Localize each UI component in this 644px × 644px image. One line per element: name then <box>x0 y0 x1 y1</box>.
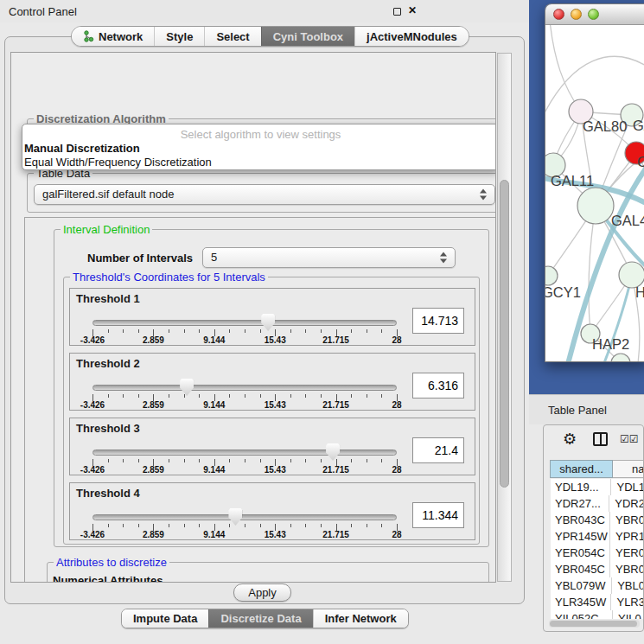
tab-discretize-data[interactable]: Discretize Data <box>208 609 312 628</box>
cell-name: YBL0 <box>612 577 644 594</box>
table-data-combobox[interactable]: galFiltered.sif default node <box>34 184 495 205</box>
popup-hint: Select algorithm to view settings <box>22 128 496 141</box>
table-row[interactable]: YBL079WYBL0 <box>551 577 644 594</box>
table-row[interactable]: YER054CYER0 <box>551 545 644 561</box>
tab-style[interactable]: Style <box>154 27 204 46</box>
panel-title: Control Panel <box>9 5 77 18</box>
attributes-group: Attributes to discretize Numerical Attri… <box>47 562 489 583</box>
close-icon[interactable]: ✕ <box>408 4 417 16</box>
scrollbar-thumb[interactable] <box>500 180 509 488</box>
cell-name: YBR0 <box>610 512 644 528</box>
threshold-value-field[interactable] <box>412 502 464 528</box>
table-panel-header: Table Panel <box>529 394 644 424</box>
control-panel-tabs: NetworkStyleSelectCyni ToolboxjActiveMNo… <box>71 26 469 47</box>
network-node-label: GA <box>633 118 644 133</box>
threshold-slider-thumb[interactable] <box>326 443 340 461</box>
table-row[interactable]: YIL052CYIL0 <box>551 610 644 619</box>
cell-shared-name: YPR145W <box>551 528 610 545</box>
slider-tick-labels: -3.4262.8599.14415.4321.71528 <box>70 465 475 475</box>
control-panel-titlebar: Control Panel ✕ <box>0 0 529 22</box>
popup-option-manual-discretization[interactable]: Manual Discretization <box>24 142 140 155</box>
threshold-label: Threshold 2 <box>76 357 140 370</box>
threshold-value-field[interactable] <box>412 308 464 334</box>
cell-name: YDR2 <box>609 495 644 512</box>
network-node[interactable] <box>611 354 630 362</box>
table-panel-title: Table Panel <box>548 404 607 417</box>
network-node[interactable] <box>545 266 558 285</box>
tab-label: Infer Network <box>325 612 397 625</box>
network-node-label: HAP2 <box>592 336 629 352</box>
node-table-card: ⚙ ☑☑ shared... na YDL19...YDL1YDR27...YD… <box>543 424 644 632</box>
discretize-settings-panel: Interval Definition Number of Intervals … <box>24 217 496 583</box>
table-row[interactable]: YPR145WYPR1 <box>551 528 644 545</box>
threshold-slider-track[interactable] <box>92 514 397 520</box>
threshold-row: Threshold 3 -3.4262.8599.14415.4321.7152… <box>69 418 475 475</box>
gear-icon[interactable]: ⚙ <box>563 430 577 448</box>
table-row[interactable]: YBR043CYBR0 <box>551 512 644 528</box>
stepper-icon <box>440 252 448 265</box>
tab-infer-network[interactable]: Infer Network <box>313 609 408 628</box>
tab-cyni-toolbox[interactable]: Cyni Toolbox <box>261 27 354 46</box>
threshold-row: Threshold 1 -3.4262.8599.14415.4321.7152… <box>69 288 475 346</box>
panel-scrollbar[interactable] <box>497 53 512 582</box>
slider-tick-labels: -3.4262.8599.14415.4321.71528 <box>70 400 475 411</box>
minimize-traffic-light-icon[interactable] <box>571 9 582 20</box>
table-row[interactable]: YBR045CYBR0 <box>551 561 644 577</box>
cyni-mode-tabs: Impute DataDiscretize DataInfer Network <box>121 609 409 628</box>
table-hscrollbar[interactable] <box>549 620 640 628</box>
network-node-label: GAL80 <box>583 118 627 134</box>
hscrollbar-thumb[interactable] <box>550 621 637 627</box>
popup-option-equal-width-frequency-discretization[interactable]: Equal Width/Frequency Discretization <box>24 156 212 169</box>
combo-value: 5 <box>211 251 217 264</box>
threshold-value-field[interactable] <box>412 373 464 399</box>
threshold-value-field[interactable] <box>412 437 464 463</box>
tab-label: Select <box>216 30 249 43</box>
cell-name: YDL1 <box>611 479 644 495</box>
num-intervals-combobox[interactable]: 5 <box>202 247 456 268</box>
network-node-label: C <box>637 154 644 169</box>
cell-shared-name: YBR043C <box>551 512 610 528</box>
column-header-name[interactable]: na <box>613 460 644 478</box>
network-view-window[interactable]: GAL80GACGAL11GAL4GCY1HHAP2 <box>545 3 644 362</box>
tab-label: Cyni Toolbox <box>273 30 343 43</box>
slider-tick-labels: -3.4262.8599.14415.4321.71528 <box>70 335 475 346</box>
float-window-icon[interactable] <box>393 8 401 16</box>
threshold-slider-thumb[interactable] <box>228 508 242 526</box>
table-body: YDL19...YDL1YDR27...YDR2YBR043CYBR0YPR14… <box>551 479 644 619</box>
threshold-slider-track[interactable] <box>92 385 397 391</box>
threshold-slider-track[interactable] <box>92 450 397 456</box>
close-traffic-light-icon[interactable] <box>553 9 564 20</box>
table-header-row: shared... na <box>550 460 644 478</box>
threshold-slider-thumb[interactable] <box>261 314 275 331</box>
threshold-slider-track[interactable] <box>92 320 397 326</box>
network-window-titlebar[interactable] <box>545 4 644 25</box>
cell-shared-name: YDL19... <box>551 479 611 495</box>
desktop-background: GAL80GACGAL11GAL4GCY1HHAP2 <box>529 0 644 394</box>
threshold-row: Threshold 4 -3.4262.8599.14415.4321.7152… <box>69 482 475 540</box>
cell-name: YLR3 <box>611 594 644 610</box>
threshold-row: Threshold 2 -3.4262.8599.14415.4321.7152… <box>69 353 475 411</box>
threshold-slider-thumb[interactable] <box>180 379 194 396</box>
cell-shared-name: YER054C <box>551 545 610 561</box>
tab-network[interactable]: Network <box>72 27 154 46</box>
column-header-shared-name[interactable]: shared... <box>550 460 613 478</box>
network-canvas[interactable]: GAL80GACGAL11GAL4GCY1HHAP2 <box>545 25 644 362</box>
table-row[interactable]: YLR345WYLR3 <box>551 594 644 610</box>
apply-button[interactable]: Apply <box>233 583 291 602</box>
network-node-label: GAL4 <box>611 213 644 228</box>
numerical-attributes-label: Numerical Attributes <box>53 574 163 583</box>
tab-impute-data[interactable]: Impute Data <box>122 609 208 628</box>
cell-shared-name: YIL052C <box>551 610 613 619</box>
tab-label: Impute Data <box>133 612 197 625</box>
tab-select[interactable]: Select <box>204 27 260 46</box>
tab-jactivemnodules[interactable]: jActiveMNodules <box>354 27 469 46</box>
zoom-traffic-light-icon[interactable] <box>588 9 599 20</box>
settings-scroll-viewport: Discretization Algorithm Select algorith… <box>10 52 496 583</box>
tab-label: Discretize Data <box>220 612 301 625</box>
table-row[interactable]: YDL19...YDL1 <box>551 479 644 495</box>
split-columns-icon[interactable] <box>593 432 608 446</box>
select-columns-icon[interactable]: ☑☑ <box>620 433 639 445</box>
network-node[interactable] <box>577 188 614 224</box>
thresholds-group: Threshold's Coordinates for 5 Intervals … <box>63 277 480 545</box>
table-row[interactable]: YDR27...YDR2 <box>551 495 644 512</box>
